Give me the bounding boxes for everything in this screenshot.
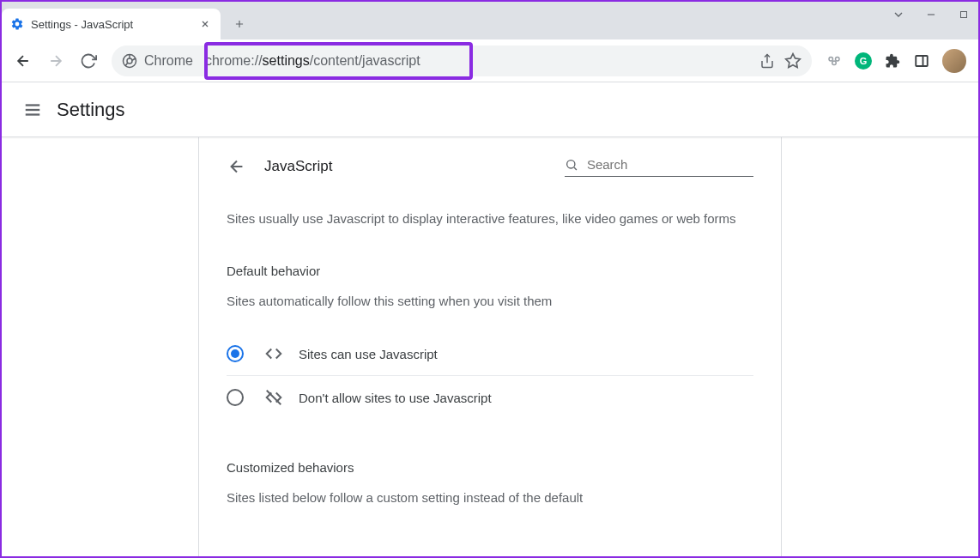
address-bar[interactable]: Chrome chrome://settings/content/javascr… (112, 45, 812, 76)
svg-rect-8 (916, 56, 928, 66)
radio-block-js[interactable]: Don't allow sites to use Javascript (227, 375, 753, 419)
code-icon (264, 344, 283, 363)
settings-card: JavaScript Sites usually use Javascript … (198, 137, 782, 556)
svg-point-5 (829, 57, 833, 61)
gear-icon (10, 17, 24, 31)
search-box[interactable] (565, 157, 753, 177)
share-icon[interactable] (759, 52, 776, 70)
radio-label: Sites can use Javascript (299, 347, 438, 361)
extension-icon[interactable] (826, 52, 843, 70)
page-title: Settings (57, 99, 125, 121)
chevron-down-icon[interactable] (891, 7, 906, 22)
section-title: JavaScript (264, 158, 565, 175)
settings-header: Settings (2, 82, 978, 137)
side-panel-icon[interactable] (913, 52, 930, 70)
content-area: JavaScript Sites usually use Javascript … (2, 137, 978, 556)
new-tab-button[interactable] (227, 12, 251, 36)
minimize-button[interactable] (923, 7, 939, 22)
svg-marker-4 (786, 53, 801, 67)
browser-tab-strip: Settings - JavaScript (2, 2, 978, 39)
radio-button[interactable] (227, 345, 244, 362)
extensions-puzzle-icon[interactable] (884, 52, 901, 70)
default-behavior-desc: Sites automatically follow this setting … (227, 294, 753, 308)
search-icon (565, 157, 578, 173)
svg-point-13 (567, 160, 575, 167)
svg-line-14 (574, 167, 577, 170)
default-behavior-label: Default behavior (227, 264, 753, 278)
radio-button[interactable] (227, 389, 244, 406)
browser-toolbar: Chrome chrome://settings/content/javascr… (2, 39, 978, 82)
bookmark-star-icon[interactable] (784, 52, 802, 70)
radio-label: Don't allow sites to use Javascript (299, 391, 492, 405)
hamburger-menu-icon[interactable] (15, 93, 50, 127)
close-icon[interactable] (198, 17, 212, 31)
radio-group: Sites can use Javascript Don't allow sit… (227, 332, 753, 419)
browser-tab[interactable]: Settings - JavaScript (2, 9, 221, 39)
svg-point-2 (127, 58, 132, 64)
maximize-button[interactable] (956, 7, 971, 22)
code-blocked-icon (264, 388, 283, 407)
intro-text: Sites usually use Javascript to display … (227, 211, 753, 226)
window-controls (891, 7, 971, 22)
card-header: JavaScript (227, 156, 753, 177)
customized-behaviors-label: Customized behaviors (227, 460, 753, 475)
site-info[interactable]: Chrome (122, 53, 193, 69)
tab-title: Settings - JavaScript (31, 18, 198, 31)
toolbar-actions: G (826, 49, 966, 73)
svg-line-15 (267, 391, 281, 405)
svg-point-6 (836, 57, 840, 61)
chrome-icon (122, 53, 137, 69)
svg-rect-0 (961, 12, 967, 18)
back-arrow-icon[interactable] (227, 156, 247, 177)
radio-allow-js[interactable]: Sites can use Javascript (227, 332, 753, 375)
url-text: chrome://settings/content/javascript (205, 53, 759, 69)
customized-behaviors-desc: Sites listed below follow a custom setti… (227, 490, 753, 505)
search-input[interactable] (587, 157, 753, 172)
profile-avatar[interactable] (942, 49, 966, 73)
back-button[interactable] (9, 46, 38, 76)
svg-point-7 (832, 61, 837, 65)
omnibox-prefix-label: Chrome (144, 53, 193, 69)
forward-button[interactable] (41, 46, 70, 76)
grammarly-icon[interactable]: G (855, 52, 872, 70)
reload-button[interactable] (74, 46, 103, 76)
